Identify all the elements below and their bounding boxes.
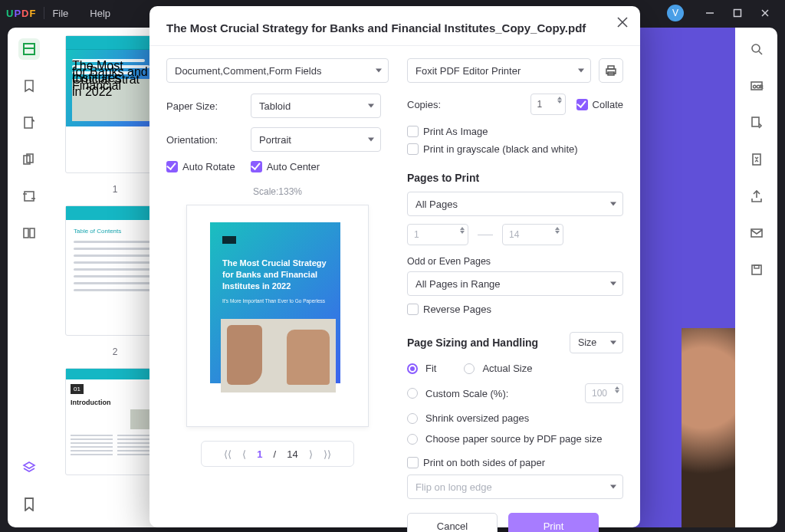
page-from-stepper[interactable]: 1 bbox=[407, 224, 468, 245]
prev-page-icon[interactable]: ⟨ bbox=[242, 448, 246, 460]
auto-rotate-checkbox[interactable]: Auto Rotate bbox=[166, 161, 235, 172]
copies-label: Copies: bbox=[407, 99, 441, 110]
close-icon[interactable] bbox=[617, 17, 628, 31]
duplex-select[interactable]: Flip on long edge bbox=[407, 475, 623, 499]
size-mode-select[interactable]: Size bbox=[570, 332, 623, 353]
page-to-stepper[interactable]: 14 bbox=[502, 224, 563, 245]
grayscale-checkbox[interactable]: Print in grayscale (black and white) bbox=[407, 143, 578, 155]
collate-checkbox[interactable]: Collate bbox=[576, 99, 623, 110]
next-page-icon[interactable]: ⟩ bbox=[309, 448, 313, 460]
choose-paper-source-radio[interactable]: Choose paper source by PDF page size bbox=[407, 433, 623, 445]
print-button[interactable]: Print bbox=[508, 513, 599, 532]
actual-size-radio[interactable]: Actual Size bbox=[464, 363, 532, 374]
shrink-oversized-radio[interactable]: Shrink oversized pages bbox=[407, 412, 623, 424]
odd-even-label: Odd or Even Pages bbox=[407, 256, 623, 267]
fit-radio[interactable]: Fit bbox=[407, 363, 436, 374]
print-dialog: The Most Crucial Strategy for Banks and … bbox=[149, 6, 640, 527]
print-preview: The Most Crucial Strategy for Banks and … bbox=[186, 205, 369, 427]
page-range-select[interactable]: All Pages bbox=[407, 192, 623, 216]
print-as-image-checkbox[interactable]: Print As Image bbox=[407, 126, 488, 137]
printer-properties-icon[interactable] bbox=[599, 58, 623, 83]
reverse-pages-checkbox[interactable]: Reverse Pages bbox=[407, 304, 491, 315]
auto-center-checkbox[interactable]: Auto Center bbox=[251, 161, 320, 172]
scale-readout: Scale:133% bbox=[166, 186, 389, 197]
page-sizing-heading: Page Sizing and Handling bbox=[407, 337, 538, 349]
paper-size-label: Paper Size: bbox=[166, 100, 251, 112]
paper-size-select[interactable]: Tabloid bbox=[251, 94, 381, 118]
copies-stepper[interactable]: 1 bbox=[530, 94, 566, 115]
last-page-icon[interactable]: ⟩⟩ bbox=[324, 448, 331, 460]
preview-pager: ⟨⟨ ⟨ 1 / 14 ⟩ ⟩⟩ bbox=[201, 441, 354, 467]
current-page: 1 bbox=[257, 448, 262, 460]
dialog-title: The Most Crucial Strategy for Banks and … bbox=[166, 21, 623, 34]
cancel-button[interactable]: Cancel bbox=[407, 513, 498, 532]
both-sides-checkbox[interactable]: Print on both sides of paper bbox=[407, 457, 545, 468]
print-content-select[interactable]: Document,Comment,Form Fields bbox=[166, 58, 389, 83]
total-pages: 14 bbox=[287, 448, 297, 460]
orientation-select[interactable]: Portrait bbox=[251, 127, 381, 152]
printer-select[interactable]: Foxit PDF Editor Printer bbox=[407, 58, 591, 83]
pages-to-print-heading: Pages to Print bbox=[407, 172, 623, 184]
odd-even-select[interactable]: All Pages in Range bbox=[407, 271, 623, 296]
first-page-icon[interactable]: ⟨⟨ bbox=[224, 448, 232, 460]
svg-rect-26 bbox=[608, 66, 614, 69]
custom-scale-radio[interactable]: Custom Scale (%): 100 bbox=[407, 383, 623, 403]
custom-scale-stepper[interactable]: 100 bbox=[585, 383, 623, 403]
orientation-label: Orientation: bbox=[166, 134, 251, 146]
